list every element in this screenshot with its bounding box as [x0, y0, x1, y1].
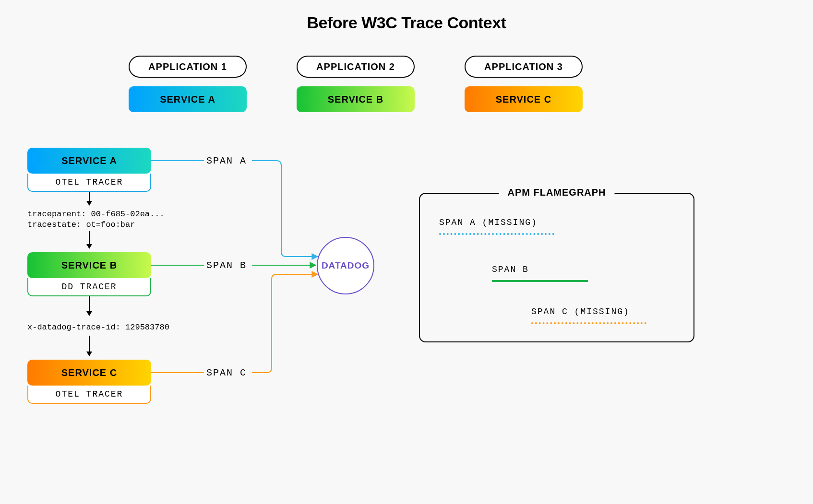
service-a-tracer: OTEL TRACER: [27, 174, 151, 192]
service-b-box: SERVICE B: [27, 252, 151, 278]
flame-span-b-label: SPAN B: [492, 265, 529, 274]
diagram-title: Before W3C Trace Context: [0, 13, 813, 32]
application-3-pill: APPLICATION 3: [465, 56, 583, 78]
flame-span-c-label: SPAN C (MISSING): [531, 307, 630, 316]
flame-span-c-line: [531, 322, 646, 324]
service-c-header: SERVICE C: [465, 86, 583, 112]
arrow-text-to-b: [89, 231, 90, 248]
service-a-box: SERVICE A: [27, 148, 151, 174]
span-b-label: SPAN B: [206, 260, 247, 271]
service-a-header: SERVICE A: [129, 86, 247, 112]
service-b-header: SERVICE B: [297, 86, 415, 112]
apm-flamegraph-title: APM FLAMEGRAPH: [499, 187, 614, 198]
context-ab-line2: tracestate: ot=foo:bar: [27, 220, 135, 230]
span-c-label: SPAN C: [206, 367, 247, 378]
service-c-tracer: OTEL TRACER: [27, 386, 151, 404]
service-c-box: SERVICE C: [27, 360, 151, 386]
context-ab-line1: traceparent: 00-f685-02ea...: [27, 209, 165, 220]
arrow-text-to-c: [89, 336, 90, 356]
apm-flamegraph-panel: APM FLAMEGRAPH SPAN A (MISSING) SPAN B S…: [419, 193, 694, 342]
application-1-pill: APPLICATION 1: [129, 56, 247, 78]
span-a-label: SPAN A: [206, 155, 247, 166]
application-2-pill: APPLICATION 2: [297, 56, 415, 78]
datadog-destination: DATADOG: [317, 237, 374, 294]
arrow-a-to-text: [89, 192, 90, 205]
arrow-b-to-text: [89, 296, 90, 316]
flame-span-a-line: [439, 233, 554, 235]
flame-span-a-label: SPAN A (MISSING): [439, 218, 538, 227]
context-bc: x-datadog-trace-id: 129583780: [27, 322, 169, 333]
service-b-tracer: DD TRACER: [27, 278, 151, 296]
flame-span-b-line: [492, 280, 588, 282]
